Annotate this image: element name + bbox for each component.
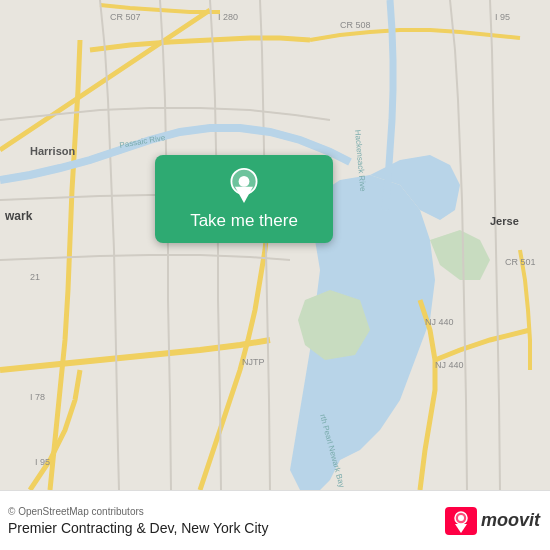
svg-text:wark: wark (4, 209, 33, 223)
svg-text:I 95: I 95 (495, 12, 510, 22)
osm-attribution: © OpenStreetMap contributors (8, 506, 268, 517)
location-name: Premier Contracting & Dev, New York City (8, 520, 268, 536)
svg-text:CR 508: CR 508 (340, 20, 371, 30)
moovit-icon (445, 507, 477, 535)
moovit-brand-text: moovit (481, 510, 540, 531)
button-label: Take me there (190, 211, 298, 231)
svg-text:I 95: I 95 (35, 457, 50, 467)
svg-text:I 280: I 280 (218, 12, 238, 22)
footer-info: © OpenStreetMap contributors Premier Con… (8, 506, 268, 536)
svg-point-23 (239, 176, 250, 187)
svg-text:21: 21 (30, 272, 40, 282)
svg-text:NJ 440: NJ 440 (425, 317, 454, 327)
svg-text:Jerse: Jerse (490, 215, 519, 227)
footer-bar: © OpenStreetMap contributors Premier Con… (0, 490, 550, 550)
svg-text:NJ 440: NJ 440 (435, 360, 464, 370)
map-pin-icon (226, 167, 262, 203)
map-background: I 280 CR 507 CR 508 I 95 CR 501 21 I 78 … (0, 0, 550, 490)
svg-marker-24 (235, 187, 253, 203)
svg-point-27 (458, 515, 464, 521)
map-container: I 280 CR 507 CR 508 I 95 CR 501 21 I 78 … (0, 0, 550, 490)
svg-text:CR 501: CR 501 (505, 257, 536, 267)
svg-text:Harrison: Harrison (30, 145, 76, 157)
svg-text:NJTP: NJTP (242, 357, 265, 367)
moovit-logo: moovit (445, 507, 540, 535)
svg-text:I 78: I 78 (30, 392, 45, 402)
take-me-there-button[interactable]: Take me there (155, 155, 333, 243)
svg-text:CR 507: CR 507 (110, 12, 141, 22)
